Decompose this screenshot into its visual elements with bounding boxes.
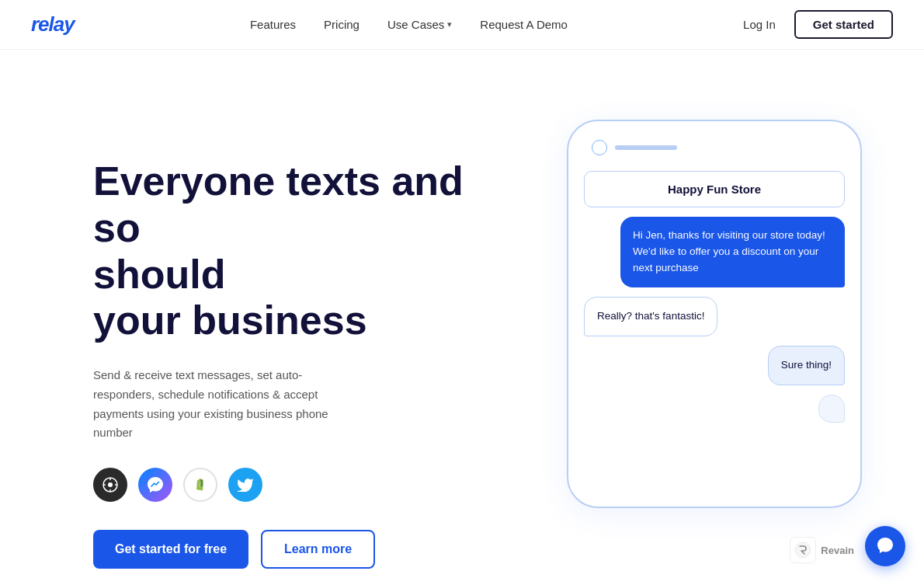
chat-widget[interactable] (865, 526, 905, 566)
hero-title: Everyone texts and so should your busine… (93, 158, 466, 344)
chat-widget-icon (875, 536, 895, 556)
chat-store-header: Happy Fun Store (584, 171, 845, 207)
nav-pricing[interactable]: Pricing (324, 18, 360, 31)
chat-container: Happy Fun Store Hi Jen, thanks for visit… (584, 171, 845, 423)
nav-use-cases[interactable]: Use Cases ▾ (387, 18, 452, 31)
login-link[interactable]: Log In (743, 18, 776, 31)
chat-message-3: Sure thing! (768, 346, 845, 385)
logo[interactable]: relay (31, 12, 75, 37)
chat-message-4 (818, 395, 845, 423)
phone-top-bar (584, 140, 845, 171)
nav-features[interactable]: Features (250, 18, 296, 31)
phone-mockup: Happy Fun Store Hi Jen, thanks for visit… (567, 120, 862, 508)
twitter-icon (228, 468, 262, 502)
hero-left: Everyone texts and so should your busine… (93, 112, 466, 569)
chat-message-1: Hi Jen, thanks for visiting our store to… (620, 217, 845, 287)
hero-section: Everyone texts and so should your busine… (0, 50, 924, 585)
integration-icons (93, 468, 466, 502)
messenger-icon (138, 468, 172, 502)
shopify-icon (183, 468, 217, 502)
revain-text: Revain (821, 545, 854, 556)
svg-point-6 (795, 542, 811, 558)
nav-demo[interactable]: Request A Demo (480, 18, 568, 31)
get-started-button[interactable]: Get started (794, 10, 893, 39)
hero-subtitle: Send & receive text messages, set auto-r… (93, 366, 357, 443)
chat-message-2: Really? that's fantastic! (584, 297, 717, 336)
get-started-free-button[interactable]: Get started for free (93, 530, 248, 569)
phone-speaker-bar (615, 145, 677, 150)
nav-links: Features Pricing Use Cases ▾ Request A D… (250, 18, 568, 31)
chevron-down-icon: ▾ (447, 19, 452, 30)
learn-more-button[interactable]: Learn more (261, 530, 375, 569)
hub-icon (93, 468, 127, 502)
cta-buttons: Get started for free Learn more (93, 530, 466, 569)
nav-right: Log In Get started (743, 10, 893, 39)
svg-point-1 (108, 482, 113, 487)
phone-camera-dot (592, 140, 607, 155)
hero-right: Happy Fun Store Hi Jen, thanks for visit… (551, 112, 877, 508)
navbar: relay Features Pricing Use Cases ▾ Reque… (0, 0, 924, 50)
revain-logo (790, 537, 816, 563)
revain-badge[interactable]: Revain (790, 537, 854, 563)
